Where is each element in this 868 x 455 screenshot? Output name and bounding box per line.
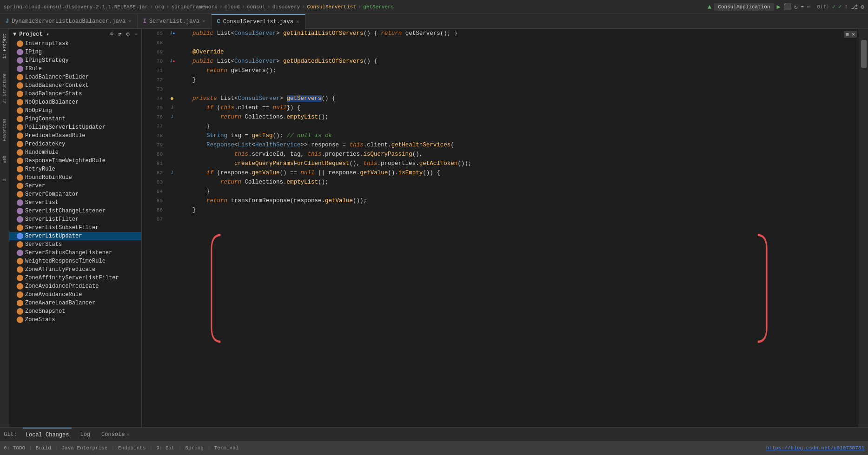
code-token: return	[381, 30, 402, 37]
sidebar-item-serverlist[interactable]: ServerList	[9, 198, 141, 207]
sidebar-sync-icon[interactable]: ⇄	[118, 31, 121, 38]
sidebar-item-serverlistupdater[interactable]: ServerListUpdater	[9, 232, 141, 240]
footer-terminal[interactable]: Terminal	[214, 445, 239, 451]
sidebar-item-retryrule[interactable]: RetryRule	[9, 165, 141, 173]
code-line-82: if (response.getValue() == null || respo…	[179, 168, 859, 178]
run-icon[interactable]: ▶	[777, 3, 781, 11]
bottom-tab-local-changes[interactable]: Local Changes	[23, 428, 72, 442]
git-check2[interactable]: ✓	[838, 3, 841, 10]
sidebar-item-noopping[interactable]: NoOpPing	[9, 106, 141, 115]
sidebar-item-serverstats[interactable]: ServerStats	[9, 240, 141, 249]
vtab-2[interactable]: 2	[1, 176, 8, 184]
footer-endpoints[interactable]: Endpoints	[118, 445, 146, 451]
sidebar-item-serverlistsubsetfilter[interactable]: ServerListSubsetFilter	[9, 224, 141, 232]
sidebar-nav-icon[interactable]: ⊕	[110, 31, 113, 38]
breadcrumb-springframework[interactable]: springframework	[171, 4, 217, 10]
code-token: getUpdatedListOfServers	[283, 58, 364, 65]
nav-back-icon[interactable]: ▲	[708, 3, 711, 11]
sidebar-item-pingconstant[interactable]: PingConstant	[9, 115, 141, 123]
minimap-close-button[interactable]: m ✕	[844, 31, 857, 38]
breadcrumb-org[interactable]: org	[155, 4, 164, 10]
footer-todo[interactable]: 6: TODO	[4, 445, 25, 451]
editor-wrapper: 6568697071727374757677787980818283848586…	[142, 29, 859, 427]
consul-app-label[interactable]: ConsulApplication	[714, 3, 774, 11]
bottom-tab-log[interactable]: Log	[77, 428, 93, 442]
footer-enterprise[interactable]: Java Enterprise	[61, 445, 107, 451]
vtab-structure[interactable]: 2: Structure	[1, 71, 8, 106]
footer-url[interactable]: https://blog.csdn.net/u010730731	[766, 445, 864, 451]
sidebar-item-servercomparator[interactable]: ServerComparator	[9, 190, 141, 198]
vtab-web[interactable]: Web	[1, 153, 8, 166]
breadcrumb-sep6: ›	[302, 4, 305, 10]
console-close-icon[interactable]: ✕	[126, 432, 129, 437]
more-icon[interactable]: ⋯	[807, 3, 811, 11]
sidebar-item-loadbalancercontext[interactable]: LoadBalancerContext	[9, 81, 141, 90]
sidebar-item-responsetimeweightedrule[interactable]: ResponseTimeWeightedRule	[9, 157, 141, 165]
sidebar-item-predicatekey[interactable]: PredicateKey	[9, 140, 141, 148]
breadcrumb-jar[interactable]: spring-cloud-consul-discovery-2.1.1.RELE…	[4, 4, 148, 10]
breadcrumb-consul[interactable]: consul	[247, 4, 265, 10]
debug-icon[interactable]: ⬛	[783, 3, 791, 11]
tab-consul-server-list[interactable]: C ConsulServerList.java ✕	[212, 14, 305, 29]
bottom-tab-console[interactable]: Console ✕	[99, 428, 132, 442]
sidebar-item-zoneaffinitypredicate[interactable]: ZoneAffinityPredicate	[9, 265, 141, 274]
breadcrumb-class[interactable]: ConsulServerList	[307, 4, 356, 10]
git-update-icon[interactable]: ↑	[844, 3, 848, 10]
sidebar-item-loadbalancerstats[interactable]: LoadBalancerStats	[9, 90, 141, 98]
sidebar-item-zonestats[interactable]: ZoneStats	[9, 316, 141, 324]
settings-icon[interactable]: ⚙	[861, 3, 864, 11]
sidebar-item-interrupttask[interactable]: InterruptTask	[9, 40, 141, 48]
breadcrumb-discovery[interactable]: discovery	[272, 4, 300, 10]
gutter-dot-icon: ●	[170, 94, 174, 103]
git-push-icon[interactable]: ⎇	[851, 3, 858, 11]
reload-icon[interactable]: ↻	[794, 3, 798, 11]
vtab-favorites[interactable]: Favorites	[1, 116, 8, 144]
sidebar-item-serverstatuschangelistener[interactable]: ServerStatusChangeListener	[9, 249, 141, 257]
code-container[interactable]: 6568697071727374757677787980818283848586…	[142, 29, 859, 427]
sidebar-item-zoneavoidancerule[interactable]: ZoneAvoidanceRule	[9, 290, 141, 299]
footer-spring[interactable]: Spring	[185, 445, 204, 451]
tab-close-3[interactable]: ✕	[296, 19, 299, 25]
sidebar-item-zonesnapshot[interactable]: ZoneSnapshot	[9, 307, 141, 316]
sidebar-item-label: ServerListFilter	[25, 216, 79, 223]
breadcrumb-method[interactable]: getServers	[363, 4, 394, 10]
sidebar-item-predicatebasedrule[interactable]: PredicateBasedRule	[9, 132, 141, 140]
code-token: () {	[364, 30, 381, 37]
line-number-71: 71	[142, 66, 165, 75]
sidebar-item-icon	[17, 91, 23, 97]
sidebar-item-server[interactable]: Server	[9, 182, 141, 190]
sidebar-item-nooploadbalancer[interactable]: NoOpLoadBalancer	[9, 98, 141, 106]
tab-close-2[interactable]: ✕	[202, 18, 205, 24]
sidebar-gear-icon[interactable]: ⚙	[126, 31, 130, 38]
sidebar-item-label: IPingStrategy	[25, 57, 69, 64]
sidebar-item-randomrule[interactable]: RandomRule	[9, 148, 141, 157]
sidebar-item-zoneaffinityserverlistfilter[interactable]: ZoneAffinityServerListFilter	[9, 274, 141, 282]
breadcrumb-cloud[interactable]: cloud	[225, 4, 240, 10]
sidebar-dropdown-icon[interactable]: ▾	[46, 32, 49, 37]
sidebar-item-iping[interactable]: IPing	[9, 48, 141, 56]
tab-close-1[interactable]: ✕	[128, 18, 132, 24]
sidebar-item-ipingstrategy[interactable]: IPingStrategy	[9, 56, 141, 65]
sidebar-minus-icon[interactable]: −	[134, 31, 138, 38]
sidebar-item-zoneavoidancepredicate[interactable]: ZoneAvoidancePredicate	[9, 282, 141, 290]
footer-build[interactable]: Build	[36, 445, 51, 451]
code-token: // null is ok	[287, 132, 332, 139]
sidebar-item-pollingserverlistupdater[interactable]: PollingServerListUpdater	[9, 123, 141, 132]
vtab-project[interactable]: 1: Project	[1, 31, 8, 61]
sidebar-item-serverlistfilter[interactable]: ServerListFilter	[9, 215, 141, 224]
tab-dynamic-server[interactable]: J DynamicServerListLoadBalancer.java ✕	[0, 14, 138, 29]
sidebar-item-roundrobinrule[interactable]: RoundRobinRule	[9, 173, 141, 182]
tab-server-list[interactable]: I ServerList.java ✕	[138, 14, 212, 29]
footer-sep4: |	[150, 445, 153, 451]
code-line-78: String tag = getTag(); // null is ok	[179, 131, 859, 140]
sidebar-item-zoneawareloadbalancer[interactable]: ZoneAwareLoadBalancer	[9, 299, 141, 307]
sidebar-expand-icon[interactable]: ▼	[13, 31, 16, 38]
scrollbar-handle[interactable]	[861, 40, 867, 68]
footer-git[interactable]: 9: Git	[156, 445, 175, 451]
coverage-icon[interactable]: ☂	[801, 3, 804, 11]
sidebar-item-weightedresponsetimerule[interactable]: WeightedResponseTimeRule	[9, 257, 141, 265]
git-check1[interactable]: ✓	[832, 3, 835, 10]
sidebar-item-serverlistchangelistener[interactable]: ServerListChangeListener	[9, 207, 141, 215]
sidebar-item-loadbalancerbuilder[interactable]: LoadBalancerBuilder	[9, 73, 141, 81]
sidebar-item-irule[interactable]: IRule	[9, 65, 141, 73]
